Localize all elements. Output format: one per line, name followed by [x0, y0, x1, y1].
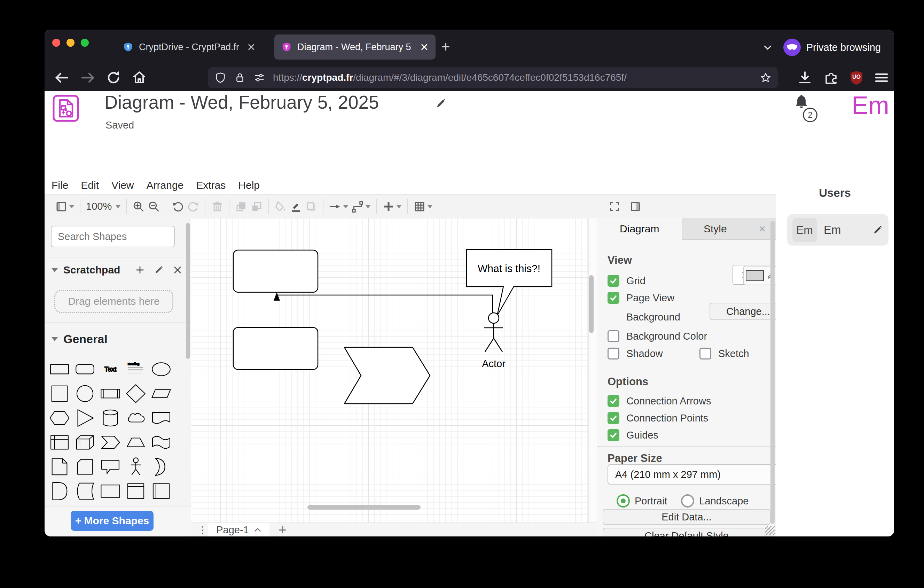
shape-square[interactable]: [48, 382, 71, 405]
toolbar-table-button[interactable]: [413, 200, 433, 213]
canvas-connector[interactable]: [277, 294, 493, 313]
connection-arrows-checkbox[interactable]: [607, 395, 619, 407]
tab-list-chevron-icon[interactable]: [762, 42, 774, 53]
tab-diagram[interactable]: Diagram: [597, 218, 682, 239]
shape-tape[interactable]: [149, 431, 173, 454]
hamburger-menu-icon[interactable]: [873, 69, 890, 86]
shape-textbox[interactable]: Heading: [124, 358, 148, 381]
toolbar-connection-arrow-button[interactable]: [329, 200, 348, 213]
shape-ellipse[interactable]: [149, 358, 173, 381]
shape-or[interactable]: [149, 455, 173, 478]
toolbar-undo-button[interactable]: [172, 200, 184, 213]
clear-default-style-button[interactable]: Clear Default Style: [603, 528, 771, 537]
toolbar-waypoints-button[interactable]: [351, 200, 371, 213]
shape-vertical-container[interactable]: [124, 480, 148, 503]
shape-rounded-rectangle[interactable]: [73, 358, 97, 381]
ublock-origin-icon[interactable]: UO: [848, 69, 865, 86]
shape-parallelogram[interactable]: [149, 382, 173, 405]
actor-label[interactable]: Actor: [482, 358, 505, 369]
downloads-icon[interactable]: [797, 69, 813, 86]
reload-icon[interactable]: [105, 69, 122, 86]
shape-cylinder[interactable]: [99, 406, 122, 429]
shape-data-storage[interactable]: [73, 480, 97, 503]
shape-cube[interactable]: [73, 431, 97, 454]
speech-bubble-text[interactable]: What is this?!: [478, 263, 540, 274]
pages-menu-icon[interactable]: ⋮: [198, 524, 208, 536]
shape-card[interactable]: [73, 455, 97, 478]
tab-cryptdrive[interactable]: CryptDrive - CryptPad.fr ✕: [123, 35, 256, 59]
grid-checkbox[interactable]: [607, 275, 619, 287]
shape-container[interactable]: [99, 480, 122, 503]
toolbar-trash-button[interactable]: [211, 200, 223, 213]
menu-item-extras[interactable]: Extras: [196, 179, 226, 191]
background-change-button[interactable]: Change...: [710, 303, 776, 320]
search-input[interactable]: [51, 231, 191, 243]
canvas-speech-bubble-tail[interactable]: [497, 286, 514, 315]
canvas-vertical-scrollbar[interactable]: [589, 275, 594, 333]
shape-triangle[interactable]: [73, 406, 97, 429]
guides-checkbox[interactable]: [607, 429, 619, 441]
shape-and[interactable]: [48, 480, 71, 503]
shape-text[interactable]: Text: [99, 358, 122, 381]
shape-trapezoid[interactable]: [124, 431, 148, 454]
scratchpad-dropzone[interactable]: Drag elements here: [54, 290, 173, 313]
permissions-icon[interactable]: [254, 72, 265, 84]
toolbar-line-color-button[interactable]: [290, 200, 302, 213]
scratchpad-close-icon[interactable]: [173, 265, 182, 275]
edit-user-pencil-icon[interactable]: [873, 225, 883, 235]
notifications-bell[interactable]: 2: [792, 94, 817, 121]
canvas-step-shape[interactable]: [344, 347, 430, 404]
toolbar-shadow-button[interactable]: [305, 200, 317, 213]
toolbar-to-back-button[interactable]: [250, 200, 263, 213]
back-icon[interactable]: [54, 69, 70, 86]
format-panel-scrollbar[interactable]: [771, 221, 775, 524]
shape-document[interactable]: [149, 406, 173, 429]
tab-style[interactable]: Style: [682, 218, 749, 239]
lock-icon[interactable]: [234, 72, 246, 84]
scratchpad-section-header[interactable]: Scratchpad: [45, 259, 191, 281]
shape-horizontal-container[interactable]: [149, 480, 173, 503]
toolbar-fill-color-button[interactable]: [274, 200, 287, 213]
toolbar-zoom-level-button[interactable]: 100%: [86, 201, 121, 212]
tab-close-icon[interactable]: ✕: [420, 41, 429, 53]
toolbar-page-outline-button[interactable]: [55, 200, 74, 213]
landscape-radio[interactable]: [681, 494, 694, 507]
macos-minimize-button[interactable]: [66, 39, 74, 47]
shape-circle[interactable]: [73, 382, 97, 405]
portrait-radio[interactable]: [617, 494, 630, 507]
shape-actor[interactable]: [124, 455, 148, 478]
menu-item-arrange[interactable]: Arrange: [147, 179, 184, 191]
canvas-rounded-rectangle-1[interactable]: [233, 250, 318, 292]
more-shapes-button[interactable]: + More Shapes: [71, 511, 153, 531]
shapes-scrollbar[interactable]: [186, 223, 190, 359]
general-section-header[interactable]: General: [45, 329, 191, 349]
user-avatar[interactable]: Em: [836, 91, 894, 119]
shape-note[interactable]: [48, 455, 71, 478]
menu-item-edit[interactable]: Edit: [81, 179, 99, 191]
shape-search[interactable]: [51, 226, 175, 247]
macos-zoom-button[interactable]: [81, 39, 89, 47]
tracking-shield-icon[interactable]: [214, 72, 226, 84]
scratchpad-edit-icon[interactable]: [154, 265, 163, 275]
menu-item-file[interactable]: File: [51, 179, 68, 191]
toolbar-insert-button[interactable]: [382, 200, 402, 213]
canvas-rounded-rectangle-2[interactable]: [233, 327, 318, 370]
shape-cloud[interactable]: [124, 406, 148, 429]
sketch-checkbox[interactable]: [700, 348, 711, 360]
macos-close-button[interactable]: [52, 39, 60, 47]
tab-diagram-active[interactable]: Diagram - Wed, February 5, 202 ✕: [274, 35, 436, 59]
toolbar-to-front-button[interactable]: [235, 200, 248, 213]
toolbar-zoom-out-button[interactable]: [148, 200, 160, 213]
background-color-checkbox[interactable]: [607, 330, 619, 342]
paper-size-select[interactable]: A4 (210 mm x 297 mm) ⌄: [607, 464, 776, 484]
shape-step[interactable]: [99, 431, 122, 454]
tab-close-icon[interactable]: ✕: [247, 41, 256, 53]
forward-icon[interactable]: [79, 69, 96, 86]
menu-item-view[interactable]: View: [111, 179, 134, 191]
scratchpad-add-icon[interactable]: [135, 265, 145, 275]
url-bar[interactable]: https://cryptpad.fr/diagram/#/3/diagram/…: [208, 67, 778, 88]
shape-callout[interactable]: [99, 455, 122, 478]
toolbar-redo-button[interactable]: [187, 200, 200, 213]
shape-process[interactable]: [99, 382, 122, 405]
toolbar-zoom-in-button[interactable]: [132, 200, 145, 213]
